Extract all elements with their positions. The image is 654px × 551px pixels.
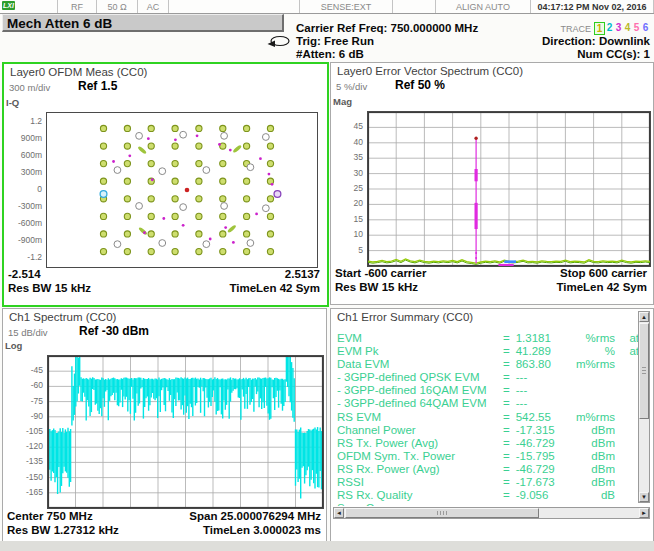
status-cell: 50 Ω <box>97 0 138 13</box>
status-cell: 04:17:12 PM Nov 02, 2016 <box>531 0 654 13</box>
res-bw-label: Res BW 15 kHz <box>335 281 418 293</box>
y-axis-tick: 1.2 <box>6 116 42 126</box>
scroll-up-button[interactable]: ▲ <box>639 312 649 322</box>
direction-status: Direction: Downlink <box>542 35 650 47</box>
y-axis-tick: 20 <box>333 198 363 208</box>
trace-number-3[interactable]: 3 <box>614 22 623 35</box>
ref-level: Ref 1.5 <box>78 79 117 93</box>
evs-chart <box>368 112 650 266</box>
panel-title: Ch1 Spectrum (CC0) <box>9 311 116 323</box>
axis-format-label: I-Q <box>6 97 19 108</box>
y-axis-tick: 5 <box>333 245 363 255</box>
error-summary-row: Sync Corr= <box>337 502 641 506</box>
scroll-down-button[interactable]: ▼ <box>639 492 649 502</box>
trace-number-5[interactable]: 5 <box>632 22 641 35</box>
trace-number-6[interactable]: 6 <box>641 22 650 35</box>
y-axis-tick: 40 <box>333 137 363 147</box>
panel-spectrum[interactable]: Ch1 Spectrum (CC0) 15 dB/div Ref -30 dBm… <box>2 308 327 547</box>
time-len-label: TimeLen 42 Sym <box>556 281 647 293</box>
y-axis-tick: -1.2 <box>6 252 42 262</box>
axis-format-label: Log <box>5 340 22 351</box>
horizontal-scrollbar[interactable]: ◄ ► <box>333 507 650 519</box>
y-axis-tick: 10 <box>333 229 363 239</box>
axis-format-label: Mag <box>333 96 352 107</box>
num-cc-status: Num CC(s): 1 <box>577 48 650 60</box>
panel-error-vector-spectrum[interactable]: Layer0 Error Vector Spectrum (CC0) 5 %/d… <box>330 62 654 305</box>
panel-ofdm-meas[interactable]: Layer0 OFDM Meas (CC0) 300 m/div Ref 1.5… <box>2 62 329 307</box>
horizontal-scroll-thumb[interactable] <box>345 508 539 518</box>
trace-number-2[interactable]: 2 <box>605 22 614 35</box>
status-cell <box>169 0 300 13</box>
y-axis-tick: 300m <box>6 167 42 177</box>
res-bw-label: Res BW 15 kHz <box>8 282 91 294</box>
thumb-grip <box>642 367 646 375</box>
res-bw-label: Res BW 1.27312 kHz <box>7 524 119 536</box>
y-axis-tick: 600m <box>6 150 42 160</box>
atten-status: #Atten: 6 dB <box>296 48 364 60</box>
spectrum-plot[interactable] <box>47 355 324 509</box>
trace-number-4[interactable]: 4 <box>623 22 632 35</box>
lxi-badge: LXI <box>2 1 15 10</box>
evs-plot[interactable] <box>367 111 651 267</box>
time-len-label: TimeLen 3.000023 ms <box>203 524 321 536</box>
right-arrow-icon: ► <box>641 510 647 516</box>
constellation-chart <box>47 113 317 267</box>
y-axis-tick: -300m <box>6 201 42 211</box>
start-carrier-label: Start -600 carrier <box>335 267 426 279</box>
scale-per-div: 5 %/div <box>336 81 367 92</box>
status-cell <box>17 0 58 13</box>
status-cell: RF <box>58 0 97 13</box>
panel-title: Layer0 OFDM Meas (CC0) <box>10 66 147 78</box>
carrier-ref-freq: Carrier Ref Freq: 750.000000 MHz <box>296 22 478 34</box>
x-min-label: -2.514 <box>8 268 41 280</box>
ref-level: Ref -30 dBm <box>79 324 149 338</box>
error-summary-row: - 3GPP-defined 64QAM EVM=--- <box>337 397 641 410</box>
thumb-grip <box>437 511 447 515</box>
status-cell <box>393 0 436 13</box>
vertical-scrollbar[interactable]: ▲ ▼ <box>638 311 650 503</box>
scroll-right-button[interactable]: ► <box>639 508 649 518</box>
error-summary-row: - 3GPP-defined 16QAM EVM=--- <box>337 384 641 397</box>
error-summary-row: OFDM Sym. Tx. Power=-15.795dBm <box>337 450 641 463</box>
y-axis-tick: -600m <box>6 218 42 228</box>
y-axis-tick: -60 <box>5 380 43 390</box>
y-axis-tick: -45 <box>5 365 43 375</box>
stop-carrier-label: Stop 600 carrier <box>560 267 647 279</box>
error-summary-row: RS Rx. Quality=-9.056dB <box>337 489 641 502</box>
error-summary-row: EVM=1.3181%rmsat <box>337 332 641 345</box>
y-axis-tick: -105 <box>5 426 43 436</box>
constellation-plot[interactable] <box>46 112 318 268</box>
trace-numbers: 123456 <box>594 22 650 35</box>
center-freq-label: Center 750 MHz <box>7 510 93 522</box>
error-summary-row: RS Rx. Power (Avg)=-46.729dBm <box>337 463 641 476</box>
error-summary-row: - 3GPP-defined QPSK EVM=--- <box>337 371 641 384</box>
trace-number-1[interactable]: 1 <box>594 22 605 35</box>
status-strip: LXI RF50 ΩACSENSE:EXTALIGN AUTO04:17:12 … <box>0 0 654 14</box>
left-arrow-icon: ◄ <box>336 510 342 516</box>
bottom-margin <box>0 541 654 551</box>
x-max-label: 2.5137 <box>285 268 320 280</box>
error-summary-table: EVM=1.3181%rmsatEVM Pk=41.289%atData EVM… <box>337 332 641 506</box>
y-axis-tick: -120 <box>5 441 43 451</box>
y-axis-tick: 15 <box>333 214 363 224</box>
down-arrow-icon: ▼ <box>641 494 647 500</box>
spectrum-chart <box>48 356 323 508</box>
status-cells: RF50 ΩACSENSE:EXTALIGN AUTO04:17:12 PM N… <box>17 0 654 13</box>
y-axis-tick: 25 <box>333 183 363 193</box>
error-summary-row: Data EVM=863.80m%rms <box>337 358 641 371</box>
status-cell: AC <box>138 0 169 13</box>
sweep-loop-icon <box>266 33 292 49</box>
trace-label: TRACE <box>560 24 591 34</box>
trigger-status: Trig: Free Run <box>296 35 374 47</box>
status-cell: ALIGN AUTO <box>436 0 531 13</box>
y-axis-tick: 30 <box>333 168 363 178</box>
vertical-scroll-thumb[interactable] <box>639 323 649 419</box>
panel-title: Layer0 Error Vector Spectrum (CC0) <box>337 65 523 77</box>
panel-error-summary[interactable]: Ch1 Error Summary (CC0) EVM=1.3181%rmsat… <box>330 308 654 547</box>
ref-level: Ref 50 % <box>395 78 445 92</box>
y-axis-tick: -90 <box>5 411 43 421</box>
y-axis-tick: 35 <box>333 152 363 162</box>
scroll-left-button[interactable]: ◄ <box>334 508 344 518</box>
status-cell: SENSE:EXT <box>300 0 393 13</box>
time-len-label: TimeLen 42 Sym <box>229 282 320 294</box>
